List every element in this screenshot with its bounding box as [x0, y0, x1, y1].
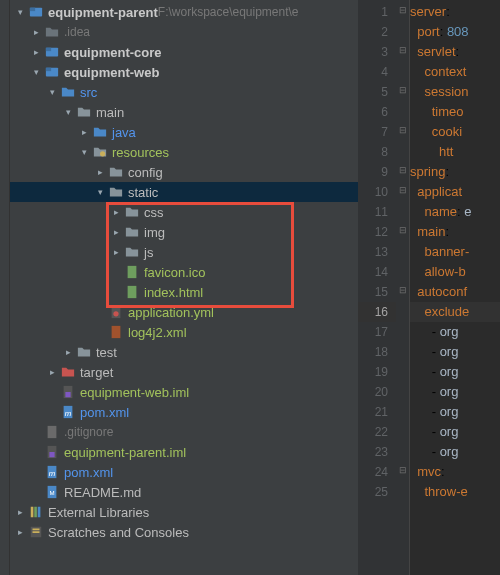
code-line[interactable]: throw-e: [410, 482, 500, 502]
scratch-icon: [28, 524, 44, 540]
tree-item[interactable]: ▸External Libraries: [10, 502, 358, 522]
svg-rect-5: [46, 68, 51, 72]
fold-column[interactable]: ⊟⊟⊟⊟⊟⊟⊟⊟⊟: [396, 0, 410, 575]
file-x-icon: [108, 324, 124, 340]
tree-item[interactable]: log4j2.xml: [10, 322, 358, 342]
code-line[interactable]: banner-: [410, 242, 500, 262]
line-number: 20: [358, 382, 396, 402]
tree-item[interactable]: ▾src: [10, 82, 358, 102]
code-line[interactable]: htt: [410, 142, 500, 162]
tree-label: index.html: [144, 285, 203, 300]
tree-label: src: [80, 85, 97, 100]
code-line[interactable]: - org: [410, 402, 500, 422]
line-number: 17: [358, 322, 396, 342]
tree-item[interactable]: ▸equipment-core: [10, 42, 358, 62]
fold-marker[interactable]: ⊟: [396, 220, 409, 240]
tree-label: equipment-web: [64, 65, 159, 80]
tree-item[interactable]: ▾resources: [10, 142, 358, 162]
code-line[interactable]: session: [410, 82, 500, 102]
code-line[interactable]: context: [410, 62, 500, 82]
tree-item[interactable]: application.yml: [10, 302, 358, 322]
tree-item[interactable]: ▸img: [10, 222, 358, 242]
file-g-icon: [124, 264, 140, 280]
chevron-down-icon: ▾: [30, 67, 42, 77]
tree-label: .gitignore: [64, 425, 113, 439]
tree-label: static: [128, 185, 158, 200]
code-line[interactable]: allow-b: [410, 262, 500, 282]
tree-item[interactable]: ▸Scratches and Consoles: [10, 522, 358, 542]
project-path: F:\workspace\equipment\e: [158, 5, 299, 19]
tree-item[interactable]: ▸js: [10, 242, 358, 262]
fold-marker[interactable]: ⊟: [396, 460, 409, 480]
code-line[interactable]: - org: [410, 342, 500, 362]
fold-marker: [396, 380, 409, 400]
folder-icon: [108, 184, 124, 200]
svg-rect-8: [128, 286, 137, 298]
tree-item[interactable]: ▾main: [10, 102, 358, 122]
tree-item[interactable]: favicon.ico: [10, 262, 358, 282]
code-line[interactable]: - org: [410, 322, 500, 342]
code-line[interactable]: servlet:: [410, 42, 500, 62]
tree-item[interactable]: equipment-web.iml: [10, 382, 358, 402]
code-line[interactable]: exclude: [410, 302, 500, 322]
code-line[interactable]: spring:: [410, 162, 500, 182]
svg-rect-24: [34, 507, 37, 518]
fold-marker[interactable]: ⊟: [396, 180, 409, 200]
tree-item[interactable]: ▾equipment-web: [10, 62, 358, 82]
tree-item[interactable]: ▸target: [10, 362, 358, 382]
line-number: 22: [358, 422, 396, 442]
tree-item[interactable]: .gitignore: [10, 422, 358, 442]
folder-icon: [108, 164, 124, 180]
tree-label: main: [96, 105, 124, 120]
tree-label: .idea: [64, 25, 90, 39]
folder-src-icon: [92, 124, 108, 140]
fold-marker[interactable]: ⊟: [396, 0, 409, 20]
code-line[interactable]: name: e: [410, 202, 500, 222]
tree-item[interactable]: index.html: [10, 282, 358, 302]
svg-rect-18: [49, 452, 54, 457]
code-line[interactable]: timeo: [410, 102, 500, 122]
fold-marker: [396, 240, 409, 260]
tree-root[interactable]: ▾equipment-parent F:\workspace\equipment…: [10, 2, 358, 22]
fold-marker[interactable]: ⊟: [396, 160, 409, 180]
code-line[interactable]: - org: [410, 422, 500, 442]
code-line[interactable]: main:: [410, 222, 500, 242]
tree-item[interactable]: mpom.xml: [10, 462, 358, 482]
code-line[interactable]: autoconf: [410, 282, 500, 302]
line-number: 19: [358, 362, 396, 382]
line-number-gutter: 1234567891011121314151617181920212223242…: [358, 0, 396, 575]
line-number: 2: [358, 22, 396, 42]
tree-item[interactable]: ▸test: [10, 342, 358, 362]
folder-icon: [76, 344, 92, 360]
fold-marker[interactable]: ⊟: [396, 80, 409, 100]
code-line[interactable]: - org: [410, 442, 500, 462]
fold-marker: [396, 480, 409, 500]
tree-item[interactable]: mpom.xml: [10, 402, 358, 422]
code-area[interactable]: server: port: 808 servlet: context sessi…: [410, 0, 500, 575]
code-line[interactable]: port: 808: [410, 22, 500, 42]
tree-item[interactable]: ▸.idea: [10, 22, 358, 42]
fold-marker: [396, 60, 409, 80]
fold-marker[interactable]: ⊟: [396, 40, 409, 60]
fold-marker[interactable]: ⊟: [396, 280, 409, 300]
module-icon: [44, 44, 60, 60]
tree-item[interactable]: MREADME.md: [10, 482, 358, 502]
code-line[interactable]: mvc:: [410, 462, 500, 482]
code-line[interactable]: - org: [410, 362, 500, 382]
code-line[interactable]: applicat: [410, 182, 500, 202]
tree-item[interactable]: ▾static: [10, 182, 358, 202]
fold-marker: [396, 20, 409, 40]
svg-rect-1: [30, 8, 35, 12]
code-line[interactable]: - org: [410, 382, 500, 402]
code-line[interactable]: cooki: [410, 122, 500, 142]
code-line[interactable]: server:: [410, 2, 500, 22]
fold-minus-icon: ⊟: [399, 465, 407, 475]
line-number: 14: [358, 262, 396, 282]
tree-label: pom.xml: [80, 405, 129, 420]
fold-minus-icon: ⊟: [399, 225, 407, 235]
fold-marker[interactable]: ⊟: [396, 120, 409, 140]
tree-item[interactable]: ▸css: [10, 202, 358, 222]
tree-item[interactable]: equipment-parent.iml: [10, 442, 358, 462]
tree-item[interactable]: ▸java: [10, 122, 358, 142]
tree-item[interactable]: ▸config: [10, 162, 358, 182]
